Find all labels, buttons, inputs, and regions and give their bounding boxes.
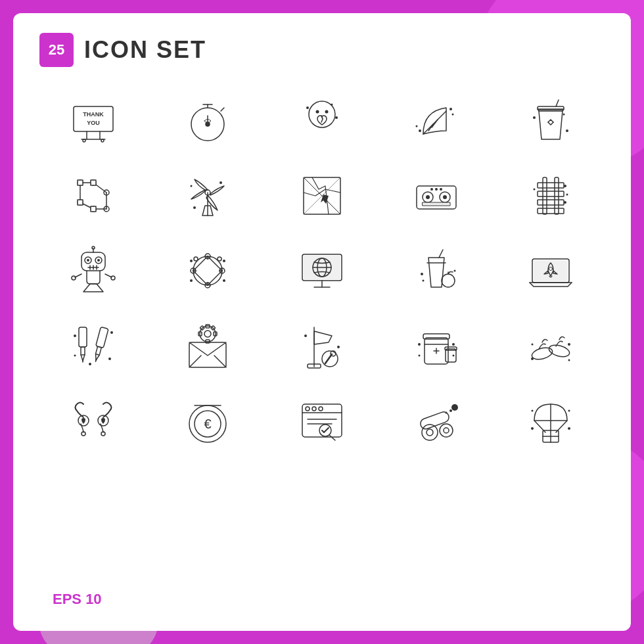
icon-cassette [382,162,490,230]
svg-rect-67 [538,183,564,188]
svg-point-79 [97,259,100,262]
svg-rect-47 [78,200,83,205]
svg-point-151 [304,334,307,337]
footer: EPS 10 [53,591,102,608]
svg-rect-129 [96,327,108,348]
icon-euro-coin: € [154,386,262,455]
icon-flag-post [268,311,376,380]
page-title: ICON SET [84,36,206,64]
svg-rect-162 [446,349,456,362]
svg-rect-0 [74,106,113,131]
svg-point-180 [306,407,310,411]
svg-point-72 [566,194,568,196]
svg-rect-70 [538,208,564,214]
svg-point-26 [419,129,421,132]
svg-point-61 [443,195,447,199]
svg-point-14 [316,110,319,114]
svg-point-64 [440,188,442,191]
svg-point-152 [337,346,340,348]
svg-point-74 [534,189,536,191]
icon-circuit-network [39,162,147,230]
svg-point-87 [72,276,76,280]
svg-line-88 [105,274,112,277]
svg-point-159 [452,343,455,346]
svg-point-108 [223,260,225,262]
svg-line-23 [432,120,438,127]
svg-point-19 [335,116,338,119]
icon-server-rack [497,162,605,230]
main-card: 25 ICON SET THANK YOU [13,13,631,631]
svg-point-15 [325,110,329,114]
page-header: 25 ICON SET [39,33,605,67]
svg-rect-128 [81,347,85,355]
svg-point-164 [530,346,553,361]
svg-point-78 [87,259,89,262]
svg-line-12 [221,108,224,111]
svg-point-20 [331,104,333,106]
svg-point-188 [422,425,438,440]
svg-point-7 [101,139,104,142]
svg-point-31 [566,129,568,132]
svg-point-118 [442,274,455,287]
svg-point-126 [549,267,553,271]
svg-point-134 [74,355,76,357]
svg-point-191 [444,428,449,433]
svg-point-107 [190,260,193,262]
svg-point-89 [111,276,115,280]
svg-point-158 [418,343,421,346]
icon-count-badge: 25 [39,33,74,67]
svg-point-96 [194,257,198,261]
icon-healthy-drink [382,237,490,305]
footer-label: EPS 10 [53,591,102,607]
svg-line-17 [321,119,323,122]
svg-point-122 [454,270,456,272]
icon-monitor-globe [268,237,376,305]
icon-windmill [154,162,262,230]
svg-point-192 [451,404,458,411]
svg-point-160 [419,355,421,357]
svg-point-194 [446,412,448,414]
svg-point-165 [547,343,570,359]
svg-point-95 [218,257,221,261]
svg-text:YOU: YOU [87,120,100,126]
svg-line-86 [75,274,81,277]
svg-point-25 [452,114,454,116]
icon-medicine-jar [382,311,490,380]
svg-point-71 [564,185,566,187]
icon-global-network [154,237,262,305]
svg-point-204 [532,410,534,412]
svg-point-120 [421,273,423,275]
icon-coffee-cup [497,87,605,155]
svg-point-181 [312,407,316,411]
svg-point-85 [92,246,95,249]
svg-rect-154 [423,334,449,339]
svg-point-135 [89,363,91,365]
svg-point-133 [108,357,111,360]
icon-flip-flops [497,311,605,380]
svg-rect-28 [538,106,564,110]
svg-point-30 [533,116,536,119]
icon-broken-heart-mind [268,87,376,155]
svg-point-52 [219,181,222,184]
svg-point-53 [191,185,193,187]
icon-email-settings [154,311,262,380]
svg-rect-45 [78,180,83,185]
svg-point-202 [568,427,570,430]
svg-point-105 [223,279,225,282]
svg-point-27 [416,126,418,127]
svg-point-169 [532,344,534,346]
svg-text:THANK: THANK [83,111,104,118]
svg-text:€: € [204,417,211,431]
svg-point-189 [426,429,433,436]
svg-rect-68 [538,191,564,196]
svg-point-121 [423,280,425,282]
svg-point-73 [564,201,566,204]
svg-line-117 [439,250,443,258]
svg-point-203 [568,410,570,412]
svg-point-166 [531,357,534,360]
svg-point-190 [440,424,453,437]
icon-parachute-box [497,386,605,455]
svg-point-24 [449,108,452,110]
svg-line-29 [556,100,559,106]
icon-leaf-nature [382,87,490,155]
